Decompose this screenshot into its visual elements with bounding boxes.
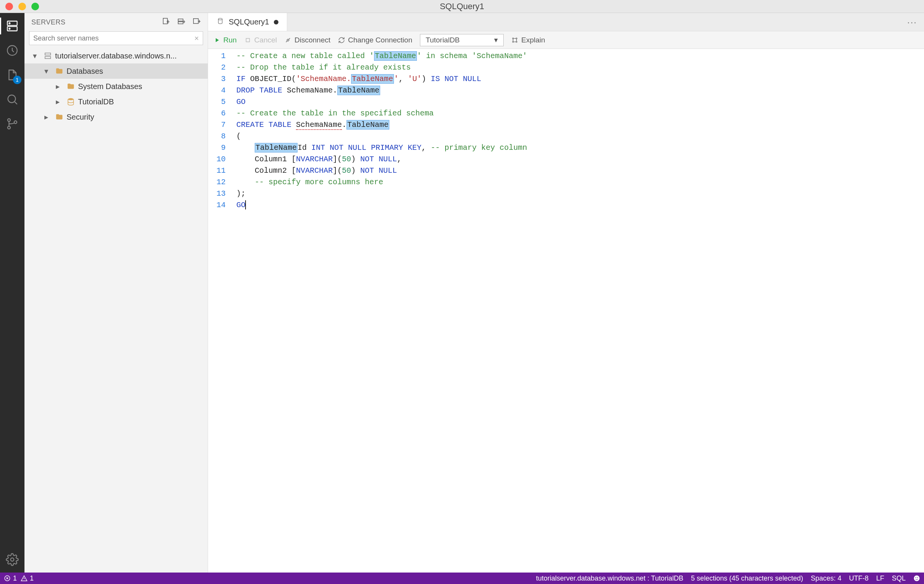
svg-point-2 bbox=[9, 23, 10, 24]
status-encoding[interactable]: UTF-8 bbox=[849, 574, 868, 582]
svg-rect-10 bbox=[163, 18, 168, 24]
activity-servers[interactable] bbox=[5, 19, 19, 33]
line-gutter: 1234567891011121314 bbox=[208, 49, 231, 572]
change-connection-label: Change Connection bbox=[348, 36, 412, 44]
server-search[interactable]: × bbox=[29, 31, 203, 45]
editor-tabs: SQLQuery1 ··· bbox=[208, 13, 924, 31]
run-button[interactable]: Run bbox=[213, 36, 237, 44]
svg-point-7 bbox=[8, 126, 10, 129]
status-connection[interactable]: tutorialserver.database.windows.net : Tu… bbox=[536, 574, 683, 582]
database-select[interactable]: TutorialDB ▾ bbox=[420, 34, 504, 46]
chevron-right-icon: ▸ bbox=[56, 98, 63, 105]
chevron-down-icon: ▾ bbox=[33, 52, 41, 59]
run-label: Run bbox=[223, 36, 237, 44]
server-node[interactable]: ▾ tutorialserver.database.windows.n... bbox=[25, 48, 208, 63]
explain-button[interactable]: Explain bbox=[512, 36, 545, 44]
svg-rect-13 bbox=[193, 18, 198, 23]
svg-point-25 bbox=[916, 577, 916, 578]
svg-point-3 bbox=[9, 28, 10, 30]
chevron-down-icon: ▾ bbox=[45, 67, 52, 75]
server-label: tutorialserver.database.windows.n... bbox=[55, 52, 177, 60]
databases-label: Databases bbox=[66, 67, 103, 76]
tab-sqlquery1[interactable]: SQLQuery1 bbox=[208, 13, 287, 31]
svg-point-19 bbox=[513, 38, 514, 39]
status-feedback-icon[interactable] bbox=[913, 575, 920, 582]
status-spaces[interactable]: Spaces: 4 bbox=[811, 574, 842, 582]
status-selections[interactable]: 5 selections (45 characters selected) bbox=[691, 574, 803, 582]
svg-point-26 bbox=[917, 577, 918, 578]
svg-point-16 bbox=[68, 98, 74, 100]
svg-point-9 bbox=[11, 558, 14, 561]
svg-rect-18 bbox=[246, 38, 249, 42]
window-maximize-button[interactable] bbox=[31, 3, 39, 10]
new-query-icon[interactable] bbox=[162, 17, 170, 28]
system-databases-node[interactable]: ▸ System Databases bbox=[25, 79, 208, 94]
database-select-value: TutorialDB bbox=[426, 36, 460, 44]
new-connection-icon[interactable] bbox=[177, 17, 185, 28]
svg-rect-14 bbox=[45, 53, 51, 56]
change-connection-button[interactable]: Change Connection bbox=[338, 36, 412, 44]
activity-settings[interactable] bbox=[5, 553, 19, 566]
explain-label: Explain bbox=[521, 36, 545, 44]
activity-source-control[interactable] bbox=[5, 117, 19, 131]
servers-sidebar: SERVERS × ▾ tutorialserver.database.wind… bbox=[25, 13, 208, 572]
status-eol[interactable]: LF bbox=[876, 574, 884, 582]
title-bar: SQLQuery1 bbox=[0, 0, 924, 13]
security-node[interactable]: ▸ Security bbox=[25, 109, 208, 125]
explorer-badge: 1 bbox=[13, 76, 21, 84]
status-bar: 1 1 tutorialserver.database.windows.net … bbox=[0, 572, 924, 584]
activity-search[interactable] bbox=[5, 92, 19, 106]
disconnect-label: Disconnect bbox=[294, 36, 330, 44]
chevron-right-icon: ▸ bbox=[56, 82, 63, 90]
tutorialdb-label: TutorialDB bbox=[78, 97, 114, 106]
folder-icon bbox=[55, 67, 63, 75]
window-title: SQLQuery1 bbox=[440, 2, 484, 12]
disconnect-button[interactable]: Disconnect bbox=[285, 36, 330, 44]
svg-point-20 bbox=[516, 38, 517, 39]
tutorialdb-node[interactable]: ▸ TutorialDB bbox=[25, 94, 208, 109]
svg-point-24 bbox=[914, 576, 920, 581]
query-toolbar: Run Cancel Disconnect Change Connection … bbox=[208, 31, 924, 49]
folder-icon bbox=[66, 82, 75, 90]
svg-point-21 bbox=[513, 41, 514, 43]
status-errors[interactable]: 1 bbox=[4, 574, 17, 582]
tab-overflow-button[interactable]: ··· bbox=[900, 13, 924, 31]
activity-bar: 1 bbox=[0, 13, 25, 572]
folder-icon bbox=[55, 113, 63, 121]
chevron-right-icon: ▸ bbox=[45, 113, 52, 121]
text-cursor bbox=[245, 200, 246, 209]
svg-point-17 bbox=[218, 18, 222, 20]
window-minimize-button[interactable] bbox=[18, 3, 26, 10]
cancel-button[interactable]: Cancel bbox=[244, 36, 277, 44]
code-content[interactable]: -- Create a new table called 'TableName'… bbox=[231, 49, 924, 572]
file-icon bbox=[216, 17, 224, 27]
new-group-icon[interactable] bbox=[192, 17, 201, 28]
sidebar-header-label: SERVERS bbox=[31, 18, 65, 26]
dirty-indicator-icon bbox=[274, 20, 279, 25]
security-label: Security bbox=[66, 113, 94, 122]
activity-explorer[interactable]: 1 bbox=[5, 68, 19, 82]
tab-label: SQLQuery1 bbox=[229, 18, 269, 26]
cancel-label: Cancel bbox=[254, 36, 277, 44]
server-icon bbox=[44, 52, 52, 60]
svg-point-6 bbox=[8, 119, 10, 122]
svg-rect-12 bbox=[178, 21, 183, 23]
svg-point-22 bbox=[516, 41, 517, 43]
server-search-input[interactable] bbox=[33, 35, 194, 43]
code-editor[interactable]: 1234567891011121314 -- Create a new tabl… bbox=[208, 49, 924, 572]
svg-point-5 bbox=[8, 95, 16, 103]
chevron-down-icon: ▾ bbox=[494, 36, 498, 44]
database-icon bbox=[66, 97, 75, 106]
status-language[interactable]: SQL bbox=[892, 574, 906, 582]
svg-rect-11 bbox=[178, 19, 183, 21]
window-close-button[interactable] bbox=[5, 3, 13, 10]
clear-search-icon[interactable]: × bbox=[194, 34, 199, 43]
system-databases-label: System Databases bbox=[78, 82, 142, 91]
activity-history[interactable] bbox=[5, 44, 19, 58]
status-warnings[interactable]: 1 bbox=[21, 574, 34, 582]
databases-node[interactable]: ▾ Databases bbox=[25, 63, 208, 79]
svg-rect-15 bbox=[45, 57, 51, 59]
